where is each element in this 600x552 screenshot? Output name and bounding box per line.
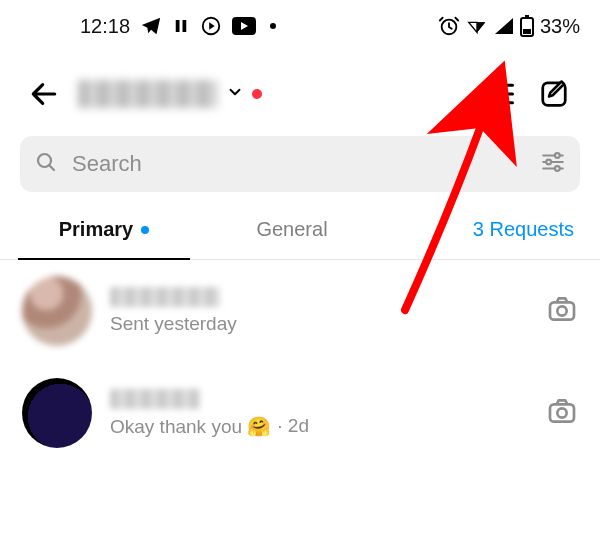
new-activity-dot-icon — [252, 89, 262, 99]
svg-rect-6 — [525, 15, 529, 18]
youtube-icon — [232, 17, 256, 35]
notification-dot-icon — [270, 23, 276, 29]
username-redacted — [110, 287, 220, 307]
conversation-list: Sent yesterday Okay thank you 🤗 · 2d — [0, 260, 600, 464]
svg-point-8 — [488, 83, 493, 88]
android-status-bar: 12:18 33% — [0, 0, 600, 52]
battery-icon — [520, 15, 534, 37]
conversation-row[interactable]: Okay thank you 🤗 · 2d — [0, 362, 600, 464]
username-redacted — [110, 389, 200, 409]
list-bullet-icon — [485, 79, 515, 109]
unread-dot-icon — [141, 226, 149, 234]
message-preview: Sent yesterday — [110, 313, 237, 335]
message-preview: Okay thank you 🤗 — [110, 415, 271, 438]
avatar — [22, 276, 92, 346]
camera-icon — [546, 293, 578, 325]
new-message-button[interactable] — [532, 72, 576, 116]
svg-rect-23 — [550, 302, 574, 319]
svg-point-20 — [546, 160, 551, 165]
svg-point-22 — [555, 166, 560, 171]
cell-signal-icon — [494, 17, 514, 35]
svg-rect-1 — [183, 20, 187, 32]
svg-rect-7 — [523, 29, 531, 34]
svg-point-10 — [488, 92, 493, 97]
dm-topbar — [0, 52, 600, 130]
chevron-down-icon — [226, 81, 244, 107]
camera-shortcut[interactable] — [546, 395, 578, 431]
svg-rect-25 — [550, 404, 574, 421]
alarm-icon — [438, 15, 460, 37]
search-input[interactable] — [72, 151, 526, 177]
conversation-row[interactable]: Sent yesterday — [0, 260, 600, 362]
camera-shortcut[interactable] — [546, 293, 578, 329]
pause-icon — [172, 17, 190, 35]
tab-requests-label: 3 Requests — [473, 218, 574, 241]
tab-general[interactable]: General — [198, 200, 386, 259]
svg-point-18 — [555, 153, 560, 158]
tab-primary[interactable]: Primary — [10, 200, 198, 259]
battery-percent: 33% — [540, 15, 580, 38]
account-switcher[interactable] — [78, 80, 262, 108]
tab-general-label: General — [256, 218, 327, 241]
camera-icon — [546, 395, 578, 427]
circle-play-icon — [200, 15, 222, 37]
svg-point-24 — [557, 306, 566, 315]
arrow-left-icon — [28, 78, 60, 110]
search-icon — [34, 150, 58, 178]
avatar — [22, 378, 92, 448]
svg-rect-0 — [176, 20, 180, 32]
compose-icon — [539, 79, 569, 109]
username-redacted — [78, 80, 218, 108]
message-options-button[interactable] — [478, 72, 522, 116]
svg-point-26 — [557, 408, 566, 417]
inbox-tabs: Primary General 3 Requests — [0, 200, 600, 260]
svg-point-12 — [488, 100, 493, 105]
message-time: · 2d — [277, 415, 309, 437]
search-bar[interactable] — [20, 136, 580, 192]
tab-requests[interactable]: 3 Requests — [386, 200, 590, 259]
wifi-icon — [466, 16, 488, 36]
tab-primary-label: Primary — [59, 218, 134, 241]
svg-line-16 — [49, 165, 54, 170]
telegram-icon — [140, 15, 162, 37]
status-time: 12:18 — [80, 15, 130, 38]
filter-sliders-icon[interactable] — [540, 149, 566, 179]
back-button[interactable] — [24, 74, 64, 114]
